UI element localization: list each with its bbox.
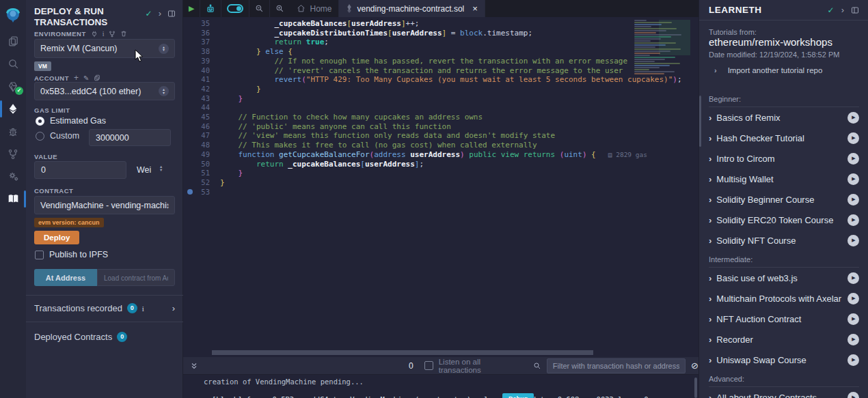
tutorial-item-multichain-protocols-with-axelar[interactable]: ›Multichain Protocols with Axelar▶ [709,288,859,309]
tutorial-item-nft-auction-contract[interactable]: ›NFT Auction Contract▶ [709,309,859,329]
line-number[interactable]: 39 [183,56,210,66]
environment-select[interactable]: Remix VM (Cancun) ▴▾ [34,39,175,58]
line-number[interactable]: 51 [183,168,210,177]
line-number[interactable]: 42 [183,84,210,94]
code-area[interactable]: 35 _cupcakeBalances[userAddress]++;36 _c… [183,17,699,357]
pin-panel-chevron-icon[interactable]: › [159,8,161,18]
transactions-recorded-row[interactable]: Transactions recorded 0 i › [34,303,175,313]
add-account-icon[interactable]: + [74,73,79,83]
play-tutorial-button[interactable]: ▶ [847,313,859,325]
debug-button[interactable]: Debug [502,393,534,398]
contract-select[interactable]: VendingMachine - vending-machin ▴▾ [34,196,175,214]
learneth-columns-icon[interactable] [851,6,859,14]
code-line-40[interactable]: 40 // 'revert' cancels the transaction a… [183,66,699,75]
line-number[interactable]: 52 [183,177,210,187]
terminal-search-icon[interactable] [533,362,541,370]
publish-ipfs-checkbox[interactable] [35,251,44,259]
play-tutorial-button[interactable]: ▶ [847,194,859,205]
code-line-45[interactable]: 45 // Function to check how many cupcake… [183,112,699,122]
tutorial-item-hash-checker-tutorial[interactable]: ›Hash Checker Tutorial▶ [709,128,859,148]
at-address-button[interactable]: At Address [34,269,97,286]
code-line-49[interactable]: 49 function getCupcakeBalanceFor(address… [183,150,699,159]
tutorial-item-basics-of-remix[interactable]: ›Basics of Remix▶ [709,107,859,128]
file-explorer-icon[interactable] [0,30,26,53]
tutorial-item-recorder[interactable]: ›Recorder▶ [709,329,859,350]
trash-icon[interactable] [120,30,127,38]
learneth-scrollbar[interactable] [699,96,701,147]
code-line-44[interactable]: 44 [183,102,699,112]
custom-gas-radio[interactable] [36,132,44,141]
settings-icon[interactable] [0,165,26,188]
play-tutorial-button[interactable]: ▶ [847,173,859,185]
play-tutorial-button[interactable]: ▶ [847,392,859,398]
estimated-gas-radio[interactable] [36,117,44,126]
debugger-icon[interactable] [0,120,26,143]
line-number[interactable]: 47 [183,130,210,140]
learneth-icon[interactable] [0,188,26,210]
code-line-52[interactable]: 52} [183,177,699,187]
learneth-chevron-icon[interactable]: › [841,5,844,15]
code-line-41[interactable]: 41 revert("HTTP 429: Too Many Cupcakes (… [183,74,699,84]
tab-vending-machine-contract-sol[interactable]: vending-machine-contract.sol× [339,0,485,17]
tab-home[interactable]: Home [290,0,339,17]
play-tutorial-button[interactable]: ▶ [847,334,859,345]
play-tutorial-button[interactable]: ▶ [847,214,859,226]
listen-all-checkbox[interactable] [424,361,433,370]
zoom-in-icon[interactable] [270,0,290,17]
tutorial-item-all-about-proxy-contracts[interactable]: ›All about Proxy Contracts▶ [709,387,859,398]
tutorial-item-solidity-erc20-token-course[interactable]: ›Solidity ERC20 Token Course▶ [709,210,859,230]
columns-icon[interactable] [167,10,176,18]
fork-environment-icon[interactable] [109,31,116,38]
code-line-48[interactable]: 48 // This makes it free to call (no gas… [183,140,699,150]
line-number[interactable]: 50 [183,159,210,169]
line-number[interactable]: 46 [183,122,210,131]
code-line-50[interactable]: 50 return _cupcakeBalances[userAddress]; [183,159,699,169]
close-tab-icon[interactable]: × [472,3,478,14]
play-tutorial-button[interactable]: ▶ [847,153,859,165]
deploy-button[interactable]: Deploy [34,231,79,244]
plug-icon[interactable] [91,31,98,38]
info-icon[interactable]: i [142,304,144,313]
line-number[interactable]: 37 [183,37,210,46]
play-tutorial-button[interactable]: ▶ [847,112,859,124]
search-icon[interactable] [0,53,26,75]
line-number[interactable]: 41 [183,74,210,84]
code-line-39[interactable]: 39 // If not enough time has passed, rev… [183,56,699,66]
line-number[interactable]: 40 [183,66,210,75]
play-tutorial-button[interactable]: ▶ [847,272,859,284]
play-tutorial-button[interactable]: ▶ [847,293,859,304]
at-address-input[interactable] [97,269,175,286]
copy-account-icon[interactable] [94,74,100,81]
sign-message-icon[interactable]: ✎ [83,74,89,82]
editor-minimap[interactable] [633,18,690,76]
value-unit-select[interactable]: Wei [137,165,151,175]
play-tutorial-button[interactable]: ▶ [847,354,859,366]
custom-gas-input[interactable] [89,129,171,146]
zoom-out-icon[interactable] [249,0,270,17]
code-line-46[interactable]: 46 // 'public' means anyone can call thi… [183,122,699,131]
run-script-icon[interactable]: ▶ [183,0,200,17]
copilot-toggle[interactable] [221,0,249,17]
tutorial-item-intro-to-circom[interactable]: ›Intro to Circom▶ [709,148,859,169]
line-number[interactable]: 36 [183,28,210,38]
remix-logo[interactable] [0,0,26,30]
solidity-compiler-icon[interactable]: ✓ [0,75,26,98]
expand-chevron-icon[interactable]: › [172,303,175,313]
code-line-36[interactable]: 36 _cupcakeDistributionTimes[userAddress… [183,28,699,38]
deploy-run-icon[interactable] [0,98,26,120]
ai-copilot-robot-icon[interactable] [200,0,221,17]
collapse-terminal-icon[interactable] [190,362,198,370]
line-number[interactable]: 43 [183,94,210,103]
line-number[interactable]: 35 [183,18,210,28]
unit-caret-icon[interactable]: ▴▾ [160,165,162,171]
line-number[interactable]: 38 [183,46,210,56]
line-number[interactable]: 45 [183,112,210,122]
line-number[interactable]: 44 [183,102,210,112]
transaction-filter-input[interactable] [547,358,686,373]
play-tutorial-button[interactable]: ▶ [847,235,859,246]
breakpoint-dot[interactable] [187,189,193,195]
play-tutorial-button[interactable]: ▶ [847,132,859,144]
tutorial-item-multisig-wallet[interactable]: ›Multisig Wallet▶ [709,169,859,189]
tutorial-item-solidity-nft-course[interactable]: ›Solidity NFT Course▶ [709,230,859,251]
account-select[interactable]: 0x5B3...eddC4 (100 ether) ▴▾ [34,82,175,100]
